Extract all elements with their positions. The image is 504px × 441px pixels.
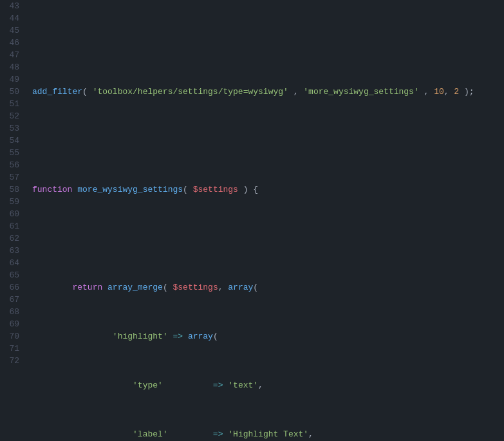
ln-61: 61 [5,220,19,232]
ln-53: 53 [5,122,19,135]
ln-51: 51 [5,98,19,110]
ln-62: 62 [5,232,19,245]
code-line-44: add_filter( 'toolbox/helpers/settings/ty… [32,86,504,98]
ln-44: 44 [5,12,19,24]
code-line-51: 'label' => 'Highlight Text', [32,428,504,440]
code-line-47 [32,232,504,245]
ln-48: 48 [5,61,19,73]
ln-46: 46 [5,37,19,49]
ln-64: 64 [5,257,19,269]
code-line-48: return array_merge( $settings, array( [32,281,504,294]
ln-59: 59 [5,196,19,208]
code-line-43 [32,37,504,49]
code-line-46: function more_wysiwyg_settings( $setting… [32,183,504,196]
ln-60: 60 [5,208,19,220]
ln-45: 45 [5,24,19,37]
ln-49: 49 [5,73,19,86]
ln-68: 68 [5,306,19,318]
ln-71: 71 [5,342,19,355]
ln-50: 50 [5,86,19,98]
code-editor: 43 44 45 46 47 48 49 50 51 52 53 54 55 5… [0,0,504,441]
ln-56: 56 [5,159,19,171]
ln-43: 43 [5,0,19,12]
ln-54: 54 [5,135,19,147]
ln-65: 65 [5,269,19,281]
ln-72: 72 [5,355,19,367]
ln-69: 69 [5,318,19,330]
ln-63: 63 [5,245,19,257]
line-numbers: 43 44 45 46 47 48 49 50 51 52 53 54 55 5… [0,0,27,441]
ln-55: 55 [5,147,19,159]
code-line-49: 'highlight' => array( [32,330,504,342]
ln-67: 67 [5,294,19,306]
ln-58: 58 [5,183,19,196]
code-content: add_filter( 'toolbox/helpers/settings/ty… [27,0,504,441]
ln-52: 52 [5,110,19,122]
ln-57: 57 [5,171,19,183]
code-line-50: 'type' => 'text', [32,379,504,391]
ln-47: 47 [5,49,19,61]
ln-66: 66 [5,281,19,294]
ln-70: 70 [5,330,19,342]
code-line-45 [32,135,504,147]
